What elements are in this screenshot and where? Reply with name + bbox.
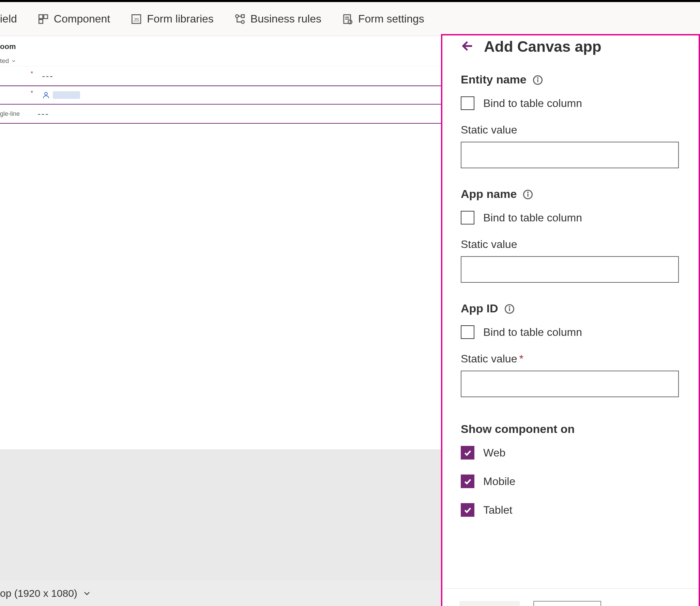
show-web-label: Web	[483, 447, 505, 459]
svg-rect-2	[39, 19, 43, 23]
page-area: oom ted * --- * gle-line --- op (1920	[0, 36, 700, 606]
entity-name-label: Entity name	[461, 73, 527, 86]
panel-footer: Done Cancel	[442, 588, 699, 606]
show-web-checkbox[interactable]	[461, 446, 474, 460]
panel-header: Add Canvas app	[461, 37, 682, 65]
svg-point-16	[528, 192, 529, 193]
show-mobile-checkbox[interactable]	[461, 475, 474, 488]
required-star-2: *	[31, 90, 33, 97]
device-selector[interactable]: op (1920 x 1080)	[0, 588, 92, 599]
row-dots-1: ---	[42, 71, 54, 81]
form-settings-cmd[interactable]: Form settings	[338, 2, 428, 36]
appname-bind-checkbox-row: Bind to table column	[461, 211, 682, 224]
chevron-down-icon	[11, 58, 16, 64]
appname-static-label: Static value	[461, 238, 682, 251]
appid-label-row: App ID	[461, 302, 682, 315]
cancel-button[interactable]: Cancel	[533, 601, 602, 606]
done-button[interactable]: Done	[459, 601, 520, 606]
component-icon	[37, 13, 49, 25]
show-web-row: Web	[461, 446, 682, 460]
flow-icon	[234, 13, 246, 25]
appid-bind-checkbox-row: Bind to table column	[461, 325, 682, 339]
add-field-cmd[interactable]: ield	[0, 2, 20, 36]
entity-name-label-row: Entity name	[461, 73, 682, 86]
business-rules-label: Business rules	[250, 13, 321, 25]
appname-bind-label: Bind to table column	[483, 212, 582, 224]
appid-bind-checkbox[interactable]	[461, 325, 474, 339]
appid-bind-label: Bind to table column	[483, 326, 582, 339]
row-tag-text: gle-line	[0, 110, 20, 118]
entity-bind-checkbox[interactable]	[461, 96, 474, 110]
required-star: *	[31, 70, 33, 77]
device-label: op (1920 x 1080)	[0, 588, 77, 599]
component-cmd[interactable]: Component	[34, 2, 113, 36]
svg-point-6	[241, 20, 244, 24]
svg-point-5	[235, 15, 239, 18]
entity-static-label: Static value	[461, 124, 682, 136]
appname-label: App name	[461, 187, 517, 201]
show-mobile-row: Mobile	[461, 475, 682, 488]
appname-bind-checkbox[interactable]	[461, 211, 474, 224]
appname-static-input[interactable]	[461, 256, 679, 283]
panel-title: Add Canvas app	[484, 38, 602, 55]
owner-value-redacted	[53, 91, 80, 99]
info-icon[interactable]	[504, 304, 515, 314]
command-toolbar: ield Component JS Form libraries Busines…	[0, 2, 700, 36]
svg-rect-7	[241, 15, 244, 18]
check-icon	[463, 448, 472, 457]
form-settings-label: Form settings	[358, 13, 424, 25]
entity-bind-label: Bind to table column	[483, 97, 582, 110]
check-icon	[463, 477, 472, 486]
back-button[interactable]	[461, 39, 475, 55]
form-libraries-label: Form libraries	[147, 13, 214, 25]
svg-text:JS: JS	[134, 17, 139, 22]
show-tablet-label: Tablet	[483, 504, 512, 516]
svg-rect-1	[44, 15, 47, 18]
add-canvas-app-panel: Add Canvas app Entity name Bind to table…	[441, 34, 700, 606]
check-icon	[463, 506, 472, 514]
required-star: *	[519, 353, 523, 365]
appid-static-input[interactable]	[461, 371, 679, 397]
show-mobile-label: Mobile	[483, 475, 515, 488]
add-field-label: ield	[0, 13, 17, 25]
svg-point-19	[509, 307, 510, 307]
show-tablet-row: Tablet	[461, 503, 682, 517]
svg-rect-0	[39, 15, 43, 18]
meta-frag-text: ted	[0, 57, 9, 65]
arrow-left-icon	[461, 39, 475, 53]
entity-bind-checkbox-row: Bind to table column	[461, 96, 682, 110]
appname-label-row: App name	[461, 187, 682, 201]
info-icon[interactable]	[533, 75, 543, 85]
person-icon	[42, 91, 50, 99]
settings-doc-icon	[342, 13, 353, 25]
component-label: Component	[54, 13, 110, 25]
show-component-label: Show component on	[461, 422, 682, 436]
business-rules-cmd[interactable]: Business rules	[231, 2, 325, 36]
svg-point-13	[537, 78, 538, 78]
appid-label: App ID	[461, 302, 498, 315]
form-libraries-cmd[interactable]: JS Form libraries	[127, 2, 217, 36]
appid-static-label: Static value*	[461, 353, 682, 365]
chevron-down-icon	[82, 589, 92, 598]
show-tablet-checkbox[interactable]	[461, 503, 474, 517]
row-dots-2: ---	[37, 108, 49, 119]
svg-point-10	[45, 92, 47, 95]
info-icon[interactable]	[523, 189, 533, 199]
js-icon: JS	[131, 13, 142, 25]
appid-static-label-text: Static value	[461, 353, 517, 365]
entity-static-input[interactable]	[461, 142, 679, 168]
